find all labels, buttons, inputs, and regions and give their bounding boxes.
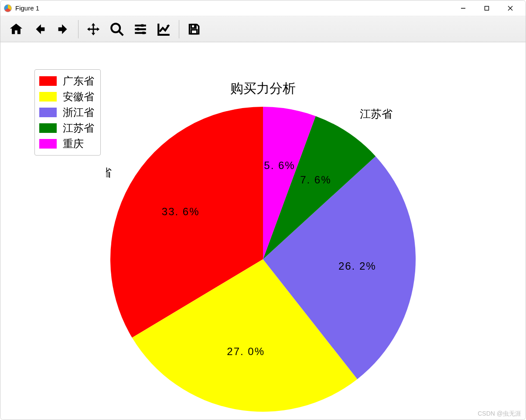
pie-pct-label: 5. 6% [264, 159, 295, 171]
configure-subplots-button[interactable] [129, 18, 152, 40]
legend-label: 重庆 [63, 137, 84, 151]
watermark: CSDN @虫无涯 [478, 410, 521, 418]
pan-button[interactable] [82, 18, 105, 40]
legend-label: 广东省 [63, 74, 94, 88]
edit-axes-button[interactable] [153, 18, 175, 40]
line-chart-icon [157, 22, 171, 37]
svg-rect-6 [194, 25, 195, 27]
legend-label: 江苏省 [63, 121, 94, 135]
forward-button[interactable] [52, 18, 75, 40]
toolbar-separator [78, 20, 79, 38]
maximize-button[interactable] [475, 1, 499, 16]
legend-swatch [39, 108, 57, 117]
legend-swatch [39, 76, 57, 86]
svg-point-1 [111, 24, 120, 32]
svg-rect-2 [141, 24, 143, 27]
pie-name-label: 广东省 [106, 166, 112, 179]
arrow-right-icon [56, 22, 71, 37]
svg-rect-4 [142, 31, 145, 34]
svg-rect-3 [137, 28, 140, 30]
chart-area: 购买力分析 广东省 安徽省 浙江省 江苏省 重庆 33. 6%广东省27. 0%… [0, 42, 526, 420]
zoom-button[interactable] [106, 18, 128, 40]
move-icon [86, 22, 101, 37]
legend: 广东省 安徽省 浙江省 江苏省 重庆 [34, 69, 101, 156]
pie-name-label: 江苏省 [360, 108, 393, 120]
pie-pct-label: 26. 2% [338, 260, 376, 272]
legend-item: 重庆 [39, 136, 94, 152]
chart-title: 购买力分析 [230, 80, 296, 98]
close-button[interactable] [499, 1, 522, 16]
app-icon [4, 4, 12, 12]
window-title: Figure 1 [15, 4, 39, 12]
titlebar: Figure 1 [0, 0, 526, 16]
legend-swatch [39, 139, 57, 149]
legend-swatch [39, 92, 57, 102]
legend-swatch [39, 123, 57, 133]
save-icon [187, 22, 201, 36]
legend-item: 安徽省 [39, 89, 94, 105]
pie-pct-label: 7. 6% [300, 174, 331, 186]
pie-pct-label: 27. 0% [227, 345, 265, 357]
pie-svg: 33. 6%广东省27. 0%安徽省26. 2%浙江省7. 6%江苏省5. 6%… [106, 102, 420, 416]
zoom-icon [109, 22, 124, 37]
svg-rect-7 [191, 30, 197, 34]
pie-pct-label: 33. 6% [162, 206, 200, 217]
figure-window: Figure 1 [0, 0, 526, 420]
pie-chart: 33. 6%广东省27. 0%安徽省26. 2%浙江省7. 6%江苏省5. 6%… [106, 102, 420, 418]
legend-item: 广东省 [39, 73, 94, 89]
legend-label: 浙江省 [63, 105, 94, 119]
legend-item: 浙江省 [39, 105, 94, 120]
window-controls [451, 1, 522, 16]
arrow-left-icon [32, 22, 47, 37]
legend-label: 安徽省 [63, 90, 94, 104]
legend-item: 江苏省 [39, 120, 94, 136]
toolbar [0, 16, 526, 42]
minimize-button[interactable] [451, 1, 475, 16]
save-button[interactable] [183, 18, 205, 40]
home-icon [9, 22, 24, 37]
toolbar-separator [179, 20, 179, 38]
svg-rect-0 [485, 6, 489, 10]
back-button[interactable] [28, 18, 51, 40]
home-button[interactable] [5, 18, 27, 40]
sliders-icon [133, 22, 148, 37]
